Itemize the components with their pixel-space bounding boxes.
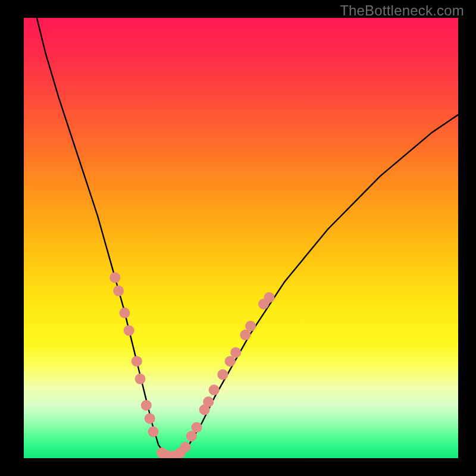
curve-layer xyxy=(24,18,458,458)
highlight-dot xyxy=(131,356,142,367)
highlight-dot xyxy=(264,292,274,303)
highlight-dot xyxy=(180,442,191,453)
highlight-dot xyxy=(135,374,146,384)
highlight-dot xyxy=(217,369,228,380)
highlight-dot xyxy=(148,427,159,437)
highlight-dot xyxy=(225,356,236,367)
plot-area xyxy=(24,18,458,458)
highlight-dots xyxy=(109,273,274,458)
highlight-dot xyxy=(109,273,120,283)
highlight-dot xyxy=(245,321,256,331)
highlight-dot xyxy=(145,413,155,424)
watermark-text: TheBottleneck.com xyxy=(340,2,464,19)
chart-frame: TheBottleneck.com xyxy=(0,0,476,476)
highlight-dot xyxy=(230,347,241,358)
highlight-dot xyxy=(113,286,124,296)
highlight-dot xyxy=(203,396,214,407)
highlight-dot xyxy=(119,308,130,318)
bottleneck-curve xyxy=(37,18,458,456)
highlight-dot xyxy=(192,422,202,433)
highlight-dot xyxy=(209,384,220,395)
highlight-dot xyxy=(124,325,134,336)
highlight-dot xyxy=(141,400,152,411)
